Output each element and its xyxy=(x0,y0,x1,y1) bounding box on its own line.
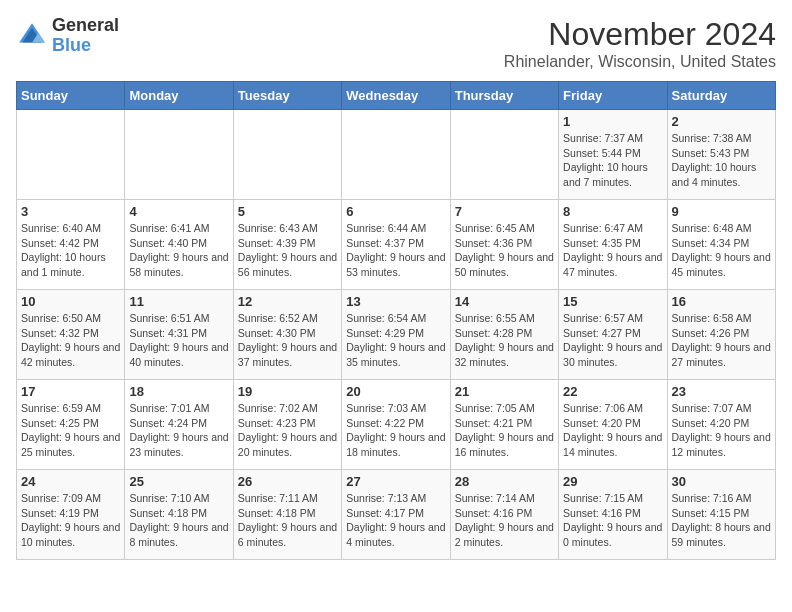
day-cell: 4Sunrise: 6:41 AM Sunset: 4:40 PM Daylig… xyxy=(125,200,233,290)
day-number: 12 xyxy=(238,294,337,309)
day-cell: 13Sunrise: 6:54 AM Sunset: 4:29 PM Dayli… xyxy=(342,290,450,380)
day-info: Sunrise: 7:01 AM Sunset: 4:24 PM Dayligh… xyxy=(129,401,228,460)
col-header-saturday: Saturday xyxy=(667,82,775,110)
month-title: November 2024 xyxy=(504,16,776,53)
day-info: Sunrise: 7:16 AM Sunset: 4:15 PM Dayligh… xyxy=(672,491,771,550)
day-info: Sunrise: 6:59 AM Sunset: 4:25 PM Dayligh… xyxy=(21,401,120,460)
day-cell: 20Sunrise: 7:03 AM Sunset: 4:22 PM Dayli… xyxy=(342,380,450,470)
day-cell: 19Sunrise: 7:02 AM Sunset: 4:23 PM Dayli… xyxy=(233,380,341,470)
day-cell: 1Sunrise: 7:37 AM Sunset: 5:44 PM Daylig… xyxy=(559,110,667,200)
day-number: 15 xyxy=(563,294,662,309)
day-info: Sunrise: 7:02 AM Sunset: 4:23 PM Dayligh… xyxy=(238,401,337,460)
day-info: Sunrise: 6:47 AM Sunset: 4:35 PM Dayligh… xyxy=(563,221,662,280)
day-info: Sunrise: 6:55 AM Sunset: 4:28 PM Dayligh… xyxy=(455,311,554,370)
day-number: 30 xyxy=(672,474,771,489)
day-info: Sunrise: 7:14 AM Sunset: 4:16 PM Dayligh… xyxy=(455,491,554,550)
col-header-thursday: Thursday xyxy=(450,82,558,110)
day-cell: 3Sunrise: 6:40 AM Sunset: 4:42 PM Daylig… xyxy=(17,200,125,290)
logo-text: General Blue xyxy=(52,16,119,56)
day-info: Sunrise: 6:40 AM Sunset: 4:42 PM Dayligh… xyxy=(21,221,120,280)
logo-icon xyxy=(16,20,48,52)
day-number: 5 xyxy=(238,204,337,219)
day-info: Sunrise: 6:44 AM Sunset: 4:37 PM Dayligh… xyxy=(346,221,445,280)
day-number: 8 xyxy=(563,204,662,219)
day-info: Sunrise: 6:52 AM Sunset: 4:30 PM Dayligh… xyxy=(238,311,337,370)
day-number: 25 xyxy=(129,474,228,489)
day-number: 6 xyxy=(346,204,445,219)
day-cell: 23Sunrise: 7:07 AM Sunset: 4:20 PM Dayli… xyxy=(667,380,775,470)
day-cell: 30Sunrise: 7:16 AM Sunset: 4:15 PM Dayli… xyxy=(667,470,775,560)
day-info: Sunrise: 7:13 AM Sunset: 4:17 PM Dayligh… xyxy=(346,491,445,550)
day-info: Sunrise: 6:43 AM Sunset: 4:39 PM Dayligh… xyxy=(238,221,337,280)
logo-blue: Blue xyxy=(52,36,119,56)
day-number: 23 xyxy=(672,384,771,399)
day-cell: 27Sunrise: 7:13 AM Sunset: 4:17 PM Dayli… xyxy=(342,470,450,560)
day-number: 7 xyxy=(455,204,554,219)
day-number: 2 xyxy=(672,114,771,129)
day-cell: 15Sunrise: 6:57 AM Sunset: 4:27 PM Dayli… xyxy=(559,290,667,380)
day-number: 17 xyxy=(21,384,120,399)
day-number: 28 xyxy=(455,474,554,489)
day-number: 9 xyxy=(672,204,771,219)
day-number: 1 xyxy=(563,114,662,129)
day-info: Sunrise: 6:51 AM Sunset: 4:31 PM Dayligh… xyxy=(129,311,228,370)
day-cell: 28Sunrise: 7:14 AM Sunset: 4:16 PM Dayli… xyxy=(450,470,558,560)
logo: General Blue xyxy=(16,16,119,56)
day-cell: 12Sunrise: 6:52 AM Sunset: 4:30 PM Dayli… xyxy=(233,290,341,380)
day-cell: 11Sunrise: 6:51 AM Sunset: 4:31 PM Dayli… xyxy=(125,290,233,380)
day-number: 19 xyxy=(238,384,337,399)
day-number: 22 xyxy=(563,384,662,399)
day-info: Sunrise: 6:41 AM Sunset: 4:40 PM Dayligh… xyxy=(129,221,228,280)
week-row-2: 3Sunrise: 6:40 AM Sunset: 4:42 PM Daylig… xyxy=(17,200,776,290)
day-cell: 16Sunrise: 6:58 AM Sunset: 4:26 PM Dayli… xyxy=(667,290,775,380)
day-cell: 2Sunrise: 7:38 AM Sunset: 5:43 PM Daylig… xyxy=(667,110,775,200)
day-cell: 5Sunrise: 6:43 AM Sunset: 4:39 PM Daylig… xyxy=(233,200,341,290)
day-cell xyxy=(125,110,233,200)
day-number: 24 xyxy=(21,474,120,489)
day-info: Sunrise: 6:57 AM Sunset: 4:27 PM Dayligh… xyxy=(563,311,662,370)
day-number: 10 xyxy=(21,294,120,309)
day-info: Sunrise: 7:11 AM Sunset: 4:18 PM Dayligh… xyxy=(238,491,337,550)
day-number: 14 xyxy=(455,294,554,309)
day-info: Sunrise: 6:58 AM Sunset: 4:26 PM Dayligh… xyxy=(672,311,771,370)
day-number: 20 xyxy=(346,384,445,399)
day-info: Sunrise: 7:05 AM Sunset: 4:21 PM Dayligh… xyxy=(455,401,554,460)
day-number: 3 xyxy=(21,204,120,219)
day-cell: 9Sunrise: 6:48 AM Sunset: 4:34 PM Daylig… xyxy=(667,200,775,290)
day-number: 4 xyxy=(129,204,228,219)
day-number: 18 xyxy=(129,384,228,399)
day-number: 16 xyxy=(672,294,771,309)
week-row-3: 10Sunrise: 6:50 AM Sunset: 4:32 PM Dayli… xyxy=(17,290,776,380)
day-info: Sunrise: 7:09 AM Sunset: 4:19 PM Dayligh… xyxy=(21,491,120,550)
day-cell: 18Sunrise: 7:01 AM Sunset: 4:24 PM Dayli… xyxy=(125,380,233,470)
day-info: Sunrise: 7:38 AM Sunset: 5:43 PM Dayligh… xyxy=(672,131,771,190)
day-info: Sunrise: 6:50 AM Sunset: 4:32 PM Dayligh… xyxy=(21,311,120,370)
day-cell: 26Sunrise: 7:11 AM Sunset: 4:18 PM Dayli… xyxy=(233,470,341,560)
location-subtitle: Rhinelander, Wisconsin, United States xyxy=(504,53,776,71)
week-row-1: 1Sunrise: 7:37 AM Sunset: 5:44 PM Daylig… xyxy=(17,110,776,200)
day-number: 21 xyxy=(455,384,554,399)
col-header-tuesday: Tuesday xyxy=(233,82,341,110)
day-number: 29 xyxy=(563,474,662,489)
col-header-sunday: Sunday xyxy=(17,82,125,110)
day-info: Sunrise: 7:07 AM Sunset: 4:20 PM Dayligh… xyxy=(672,401,771,460)
day-info: Sunrise: 6:45 AM Sunset: 4:36 PM Dayligh… xyxy=(455,221,554,280)
day-cell xyxy=(342,110,450,200)
day-number: 11 xyxy=(129,294,228,309)
page-header: General Blue November 2024 Rhinelander, … xyxy=(16,16,776,71)
day-number: 27 xyxy=(346,474,445,489)
day-info: Sunrise: 7:10 AM Sunset: 4:18 PM Dayligh… xyxy=(129,491,228,550)
day-cell: 25Sunrise: 7:10 AM Sunset: 4:18 PM Dayli… xyxy=(125,470,233,560)
day-info: Sunrise: 7:37 AM Sunset: 5:44 PM Dayligh… xyxy=(563,131,662,190)
day-cell: 6Sunrise: 6:44 AM Sunset: 4:37 PM Daylig… xyxy=(342,200,450,290)
calendar-table: SundayMondayTuesdayWednesdayThursdayFrid… xyxy=(16,81,776,560)
day-cell: 10Sunrise: 6:50 AM Sunset: 4:32 PM Dayli… xyxy=(17,290,125,380)
day-cell: 24Sunrise: 7:09 AM Sunset: 4:19 PM Dayli… xyxy=(17,470,125,560)
col-header-monday: Monday xyxy=(125,82,233,110)
day-info: Sunrise: 7:03 AM Sunset: 4:22 PM Dayligh… xyxy=(346,401,445,460)
day-info: Sunrise: 6:54 AM Sunset: 4:29 PM Dayligh… xyxy=(346,311,445,370)
day-cell: 29Sunrise: 7:15 AM Sunset: 4:16 PM Dayli… xyxy=(559,470,667,560)
logo-general: General xyxy=(52,16,119,36)
header-row: SundayMondayTuesdayWednesdayThursdayFrid… xyxy=(17,82,776,110)
day-cell: 22Sunrise: 7:06 AM Sunset: 4:20 PM Dayli… xyxy=(559,380,667,470)
